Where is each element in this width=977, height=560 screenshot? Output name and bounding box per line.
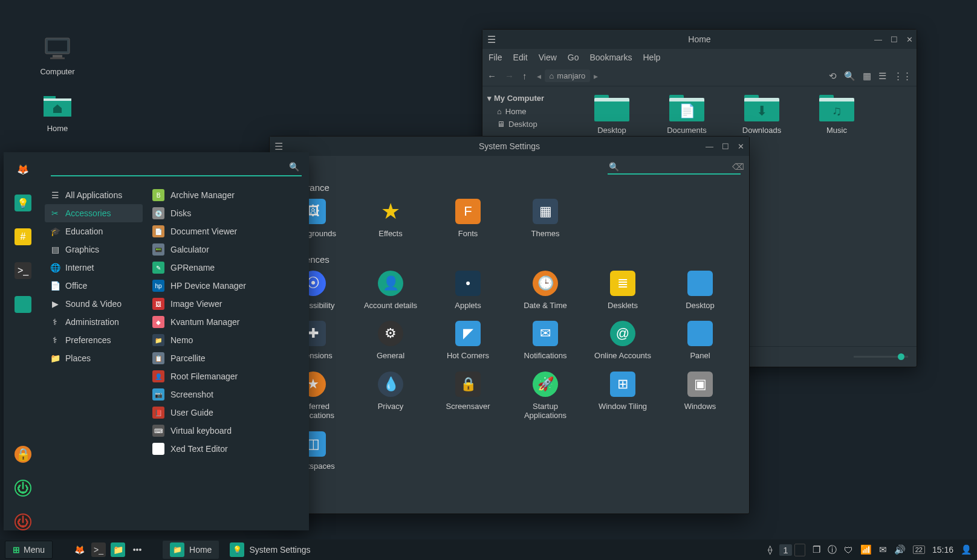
sidebar-header[interactable]: ▾My Computer xyxy=(486,91,576,105)
sidebar-item[interactable]: 🖥Desktop xyxy=(486,118,576,130)
app-item[interactable]: BArchive Manager xyxy=(149,186,305,204)
category-item[interactable]: 📄Office xyxy=(45,277,143,295)
files-launch[interactable]: 📁 xyxy=(111,542,125,557)
titlebar[interactable]: ☰ Home — ☐ ✕ xyxy=(482,30,917,49)
folder-item[interactable]: 📄Documents xyxy=(660,95,713,135)
app-item[interactable]: 📕User Guide xyxy=(149,404,305,422)
bulb-icon[interactable]: 💡 xyxy=(15,195,31,211)
app-item[interactable]: ✎Xed Text Editor xyxy=(149,440,305,458)
app-item[interactable]: hpHP Device Manager xyxy=(149,277,305,295)
settings-item[interactable]: ⊞Window Tiling xyxy=(590,372,655,420)
settings-item[interactable]: ◤Hot Corners xyxy=(435,321,501,361)
task-button[interactable]: 📁Home xyxy=(163,541,219,559)
zoom-slider[interactable] xyxy=(854,356,908,358)
toggle-path-icon[interactable]: ⟲ xyxy=(829,71,837,82)
settings-item[interactable]: ✉Notifications xyxy=(513,321,578,361)
breadcrumb[interactable]: ⌂ manjaro xyxy=(545,69,591,82)
window-list-icon[interactable]: ❐ xyxy=(813,544,820,555)
hamburger-icon[interactable]: ☰ xyxy=(274,141,283,152)
desktop-computer[interactable]: Computer xyxy=(27,34,88,76)
path-prev-icon[interactable]: ◂ xyxy=(537,71,541,81)
category-item[interactable]: ⚕Preferences xyxy=(45,331,143,349)
firefox-icon[interactable]: 🦊 xyxy=(15,161,31,178)
app-item[interactable]: 🖼Image Viewer xyxy=(149,295,305,313)
category-item[interactable]: 📁Places xyxy=(45,349,143,367)
minimize-button[interactable]: — xyxy=(874,35,882,44)
list-view-icon[interactable]: ☰ xyxy=(878,71,886,82)
menu-edit[interactable]: Edit xyxy=(513,53,528,62)
app-item[interactable]: 📁Nemo xyxy=(149,331,305,349)
firefox-launch[interactable]: 🦊 xyxy=(72,542,86,557)
settings-item[interactable]: Desktop xyxy=(667,271,733,311)
up-button[interactable]: ↑ xyxy=(522,71,527,81)
settings-item[interactable]: 🚀Startup Applications xyxy=(513,372,578,420)
settings-item[interactable]: Panel xyxy=(667,321,733,361)
settings-item[interactable]: 💧Privacy xyxy=(358,372,423,420)
logout-icon[interactable]: ⏻ xyxy=(15,480,31,497)
maximize-button[interactable]: ☐ xyxy=(722,142,729,151)
app-item[interactable]: ⌨Virtual keyboard xyxy=(149,422,305,440)
hamburger-icon[interactable]: ☰ xyxy=(487,30,496,49)
settings-item[interactable]: ⚙General xyxy=(358,321,423,361)
folder-item[interactable]: ⬇Downloads xyxy=(735,95,788,135)
lock-icon[interactable]: 🔒 xyxy=(15,446,31,463)
back-button[interactable]: ← xyxy=(487,71,496,81)
menu-bookmarks[interactable]: Bookmarks xyxy=(589,53,632,62)
terminal-icon[interactable]: >_ xyxy=(15,262,31,279)
app-item[interactable]: 💿Disks xyxy=(149,204,305,222)
update-icon[interactable]: ⟠ xyxy=(768,544,772,555)
maximize-button[interactable]: ☐ xyxy=(891,35,898,44)
volume-icon[interactable]: 🔊 xyxy=(894,544,906,555)
app-item[interactable]: ✎GPRename xyxy=(149,259,305,277)
task-button[interactable]: 💡System Settings xyxy=(222,541,317,559)
titlebar[interactable]: ☰ System Settings — ☐ ✕ xyxy=(270,137,749,156)
category-item[interactable]: ⚕Administration xyxy=(45,313,143,331)
info-icon[interactable]: ⓘ xyxy=(828,544,837,556)
app-item[interactable]: 📟Galculator xyxy=(149,240,305,259)
settings-item[interactable]: @Online Accounts xyxy=(590,321,655,361)
menu-file[interactable]: File xyxy=(489,53,502,62)
forward-button[interactable]: → xyxy=(505,71,514,81)
clock[interactable]: 15:16 xyxy=(932,545,953,555)
power-icon[interactable]: ⏻ xyxy=(15,513,31,530)
close-button[interactable]: ✕ xyxy=(906,35,913,44)
shield-icon[interactable]: 🛡 xyxy=(844,545,853,555)
workspace-switcher[interactable]: 1 xyxy=(779,544,805,556)
settings-item[interactable]: ★Effects xyxy=(358,199,423,239)
user-icon[interactable]: 👤 xyxy=(961,544,972,555)
search-icon[interactable]: 🔍 xyxy=(844,71,855,82)
battery-icon[interactable]: 22 xyxy=(913,546,925,554)
close-button[interactable]: ✕ xyxy=(738,142,744,151)
category-item[interactable]: ▶Sound & Video xyxy=(45,295,143,313)
search-input[interactable] xyxy=(623,162,729,172)
minimize-button[interactable]: — xyxy=(706,142,713,151)
sidebar-item[interactable]: ⌂Home xyxy=(486,105,576,118)
folder-item[interactable]: Desktop xyxy=(585,95,638,135)
more-launch[interactable]: ••• xyxy=(130,542,144,557)
menu-view[interactable]: View xyxy=(539,53,557,62)
app-item[interactable]: 📄Document Viewer xyxy=(149,222,305,240)
app-item[interactable]: 👤Root Filemanager xyxy=(149,367,305,385)
menu-button[interactable]: ⊞ Menu xyxy=(5,541,53,559)
app-item[interactable]: 📋Parcellite xyxy=(149,349,305,367)
path-next-icon[interactable]: ▸ xyxy=(594,71,598,81)
settings-item[interactable]: 👤Account details xyxy=(358,271,423,311)
settings-item[interactable]: FFonts xyxy=(435,199,501,239)
category-item[interactable]: ✂Accessories xyxy=(45,204,143,222)
folder-item[interactable]: ♫Music xyxy=(810,95,863,135)
category-item[interactable]: 🎓Education xyxy=(45,222,143,240)
files-icon[interactable] xyxy=(15,296,31,313)
settings-item[interactable]: ≣Desklets xyxy=(590,271,655,311)
settings-item[interactable]: •Applets xyxy=(435,271,501,311)
menu-help[interactable]: Help xyxy=(643,53,661,62)
settings-item[interactable]: ▣Windows xyxy=(667,372,733,420)
menu-go[interactable]: Go xyxy=(568,53,579,62)
network-icon[interactable]: 📶 xyxy=(860,544,872,555)
settings-item[interactable]: ▦Themes xyxy=(513,199,578,239)
desktop-home[interactable]: Home xyxy=(27,91,88,133)
settings-item[interactable]: 🕒Date & Time xyxy=(513,271,578,311)
app-item[interactable]: 📷Screenshot xyxy=(149,385,305,404)
notification-icon[interactable]: ✉ xyxy=(879,544,887,555)
clear-icon[interactable]: ⌫ xyxy=(732,162,744,172)
icon-view-icon[interactable]: ▦ xyxy=(863,71,871,82)
